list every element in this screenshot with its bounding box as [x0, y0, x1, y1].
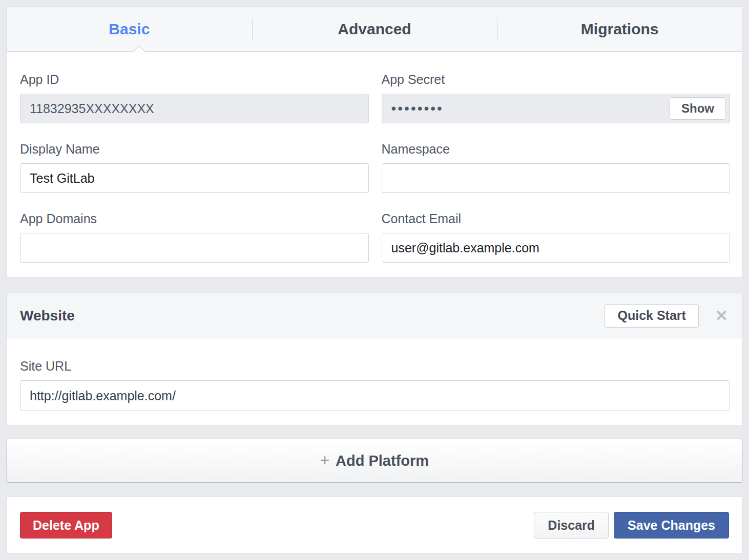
site-url-label: Site URL [20, 359, 730, 374]
app-secret-wrap: Show [382, 94, 731, 123]
namespace-input[interactable] [382, 163, 731, 193]
app-domains-input[interactable] [20, 233, 369, 263]
website-platform-card: Website Quick Start ✕ Site URL [6, 293, 743, 426]
quick-start-button[interactable]: Quick Start [605, 304, 698, 328]
tab-migrations[interactable]: Migrations [497, 7, 742, 51]
tab-basic[interactable]: Basic [7, 7, 252, 51]
display-name-field-group: Display Name [20, 142, 369, 193]
contact-email-input[interactable] [382, 233, 731, 263]
discard-button[interactable]: Discard [534, 512, 609, 539]
display-name-input[interactable] [20, 163, 369, 193]
website-section-title: Website [20, 308, 605, 324]
tab-basic-label: Basic [109, 20, 150, 38]
app-secret-field-group: App Secret Show [382, 72, 731, 123]
site-url-input[interactable] [20, 380, 730, 411]
basic-settings-form: App ID App Secret Show Display Name Name… [7, 52, 742, 277]
delete-app-button[interactable]: Delete App [20, 512, 112, 539]
website-section-body: Site URL [7, 338, 742, 425]
app-id-input [20, 94, 369, 123]
app-id-label: App ID [20, 72, 369, 87]
site-url-field-group: Site URL [20, 359, 730, 411]
contact-email-label: Contact Email [382, 211, 731, 226]
tab-migrations-label: Migrations [581, 20, 659, 38]
add-platform-label: Add Platform [336, 453, 429, 469]
app-settings-page: Basic Advanced Migrations App ID App Sec… [6, 6, 743, 554]
action-bar: Delete App Discard Save Changes [6, 497, 743, 554]
website-section-header: Website Quick Start ✕ [7, 293, 742, 338]
display-name-label: Display Name [20, 142, 369, 157]
namespace-field-group: Namespace [382, 142, 731, 193]
tab-advanced[interactable]: Advanced [252, 7, 497, 51]
plus-icon: + [320, 451, 329, 470]
contact-email-field-group: Contact Email [382, 211, 731, 263]
settings-tabbar: Basic Advanced Migrations [7, 7, 742, 52]
tab-advanced-label: Advanced [338, 20, 411, 38]
app-secret-label: App Secret [382, 72, 731, 87]
remove-platform-icon[interactable]: ✕ [715, 308, 728, 324]
app-id-field-group: App ID [20, 72, 369, 123]
save-changes-button[interactable]: Save Changes [614, 512, 729, 539]
app-domains-field-group: App Domains [20, 211, 369, 263]
add-platform-button[interactable]: + Add Platform [6, 439, 743, 483]
basic-settings-card: Basic Advanced Migrations App ID App Sec… [6, 6, 743, 277]
app-domains-label: App Domains [20, 211, 369, 226]
show-secret-button[interactable]: Show [670, 97, 726, 120]
namespace-label: Namespace [382, 142, 731, 157]
